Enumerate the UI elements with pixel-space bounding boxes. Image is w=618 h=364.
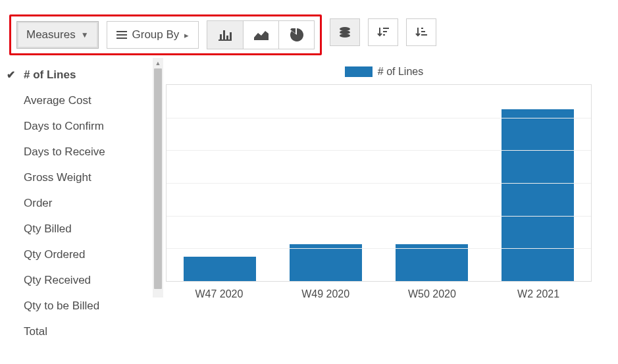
chart-area: # of Lines W47 2020W49 2020W50 2020W2 20…	[163, 55, 618, 364]
chart-type-group	[207, 20, 315, 49]
svg-rect-14	[383, 34, 385, 36]
sort-desc-icon	[377, 26, 389, 38]
measure-item-label: Days to Confirm	[24, 120, 104, 133]
scrollbar[interactable]: ▲	[153, 58, 163, 298]
chart-plot	[166, 84, 592, 282]
svg-rect-12	[383, 28, 389, 29]
stacked-toggle-button[interactable]	[330, 18, 360, 46]
gridline	[167, 150, 591, 151]
caret-right-icon: ▸	[184, 30, 189, 40]
svg-rect-2	[116, 38, 127, 39]
pie-chart-button[interactable]	[278, 21, 314, 49]
line-chart-button[interactable]	[243, 21, 278, 49]
svg-rect-16	[421, 31, 425, 32]
line-chart-icon	[254, 30, 269, 40]
measure-item[interactable]: Qty Received	[0, 267, 163, 293]
gridline	[167, 248, 591, 249]
highlighted-controls: Measures ▼ Group By ▸	[9, 14, 322, 55]
sort-desc-button[interactable]	[368, 18, 398, 46]
groupby-button-label: Group By	[132, 28, 180, 41]
bar[interactable]	[502, 109, 574, 281]
measure-item[interactable]: Days to Confirm	[0, 113, 163, 139]
measure-item[interactable]: Total	[0, 319, 163, 344]
measure-item-label: Gross Weight	[24, 171, 91, 184]
stacked-icon	[338, 26, 351, 38]
scrollbar-up-icon: ▲	[153, 58, 163, 68]
measure-item-label: Order	[24, 197, 52, 210]
measure-item[interactable]: Gross Weight	[0, 165, 163, 190]
measures-sidebar: ✔# of LinesAverage CostDays to ConfirmDa…	[0, 55, 163, 364]
measure-item[interactable]: Qty Billed	[0, 216, 163, 242]
measure-item[interactable]: Days to Receive	[0, 139, 163, 165]
check-icon: ✔	[7, 68, 15, 81]
x-tick: W47 2020	[183, 288, 255, 300]
gridline	[167, 183, 591, 184]
svg-rect-5	[223, 30, 225, 39]
measure-item-label: Days to Receive	[24, 145, 105, 159]
toolbar: Measures ▼ Group By ▸	[0, 0, 618, 55]
caret-down-icon: ▼	[81, 30, 89, 39]
svg-rect-7	[230, 32, 232, 39]
sort-asc-button[interactable]	[406, 18, 436, 46]
groupby-button[interactable]: Group By ▸	[107, 21, 199, 49]
svg-rect-6	[226, 36, 228, 39]
measure-item-label: Qty to be Billed	[24, 299, 99, 313]
gridline	[167, 216, 591, 217]
x-tick: W49 2020	[290, 288, 362, 300]
svg-rect-0	[116, 31, 127, 32]
svg-point-11	[340, 34, 350, 38]
hamburger-icon	[116, 31, 127, 39]
extra-controls	[330, 14, 436, 46]
svg-rect-8	[254, 39, 269, 40]
bar[interactable]	[396, 244, 468, 281]
measure-item-label: Average Cost	[24, 94, 91, 107]
pie-chart-icon	[290, 28, 303, 41]
bar-chart-icon	[219, 29, 232, 41]
scrollbar-thumb[interactable]	[154, 68, 162, 289]
svg-rect-15	[421, 28, 423, 29]
bar[interactable]	[290, 244, 362, 281]
svg-rect-3	[219, 39, 232, 41]
content: ✔# of LinesAverage CostDays to ConfirmDa…	[0, 55, 618, 364]
chart-legend: # of Lines	[163, 62, 605, 82]
sort-asc-icon	[415, 26, 427, 38]
gridline	[167, 118, 591, 118]
measure-item[interactable]: Average Cost	[0, 88, 163, 113]
measure-item[interactable]: Qty to be Billed	[0, 293, 163, 319]
measure-item[interactable]: Qty Ordered	[0, 242, 163, 267]
measure-item-label: Qty Received	[24, 274, 91, 287]
measures-button[interactable]: Measures ▼	[16, 21, 99, 49]
svg-rect-17	[421, 34, 427, 36]
measure-item-label: Total	[24, 325, 47, 338]
x-tick: W2 2021	[502, 288, 575, 300]
measure-item[interactable]: Order	[0, 190, 163, 216]
x-axis: W47 2020W49 2020W50 2020W2 2021	[166, 282, 592, 300]
svg-rect-13	[383, 31, 387, 32]
x-tick: W50 2020	[396, 288, 468, 300]
measure-item[interactable]: ✔# of Lines	[0, 62, 163, 88]
svg-rect-4	[220, 34, 222, 39]
measure-item-label: # of Lines	[24, 68, 76, 82]
measures-button-label: Measures	[26, 28, 76, 41]
measure-item-label: Qty Billed	[24, 222, 72, 236]
svg-rect-1	[116, 34, 127, 36]
bar[interactable]	[184, 257, 256, 281]
bar-chart-button[interactable]	[207, 21, 243, 49]
legend-label: # of Lines	[378, 66, 423, 78]
legend-swatch	[345, 66, 373, 77]
measure-item-label: Qty Ordered	[24, 248, 86, 261]
